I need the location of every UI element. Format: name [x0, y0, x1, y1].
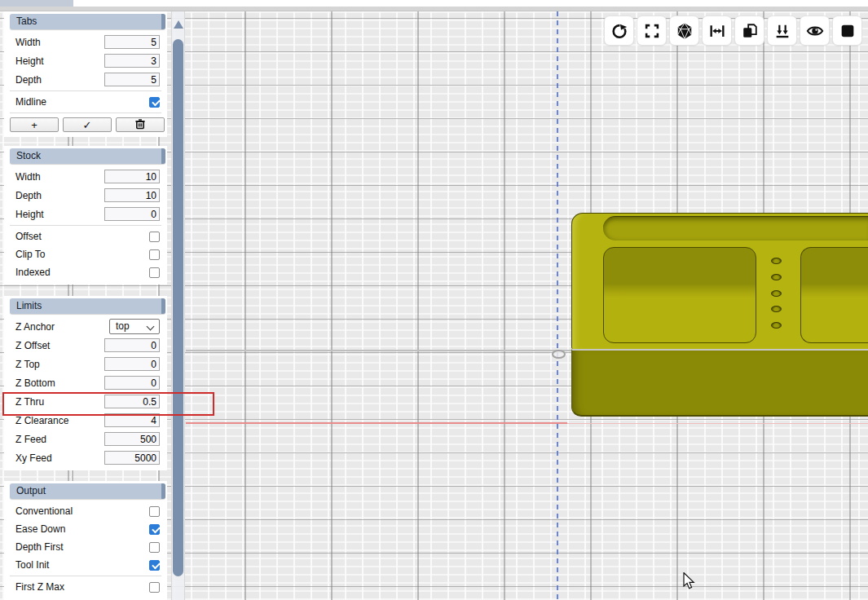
fit-to-view-icon	[643, 22, 661, 40]
render-mode-icon	[676, 22, 694, 40]
model-slot-pocket	[603, 216, 868, 240]
depth-first-row: Depth First	[4, 538, 167, 556]
panel-limits-header[interactable]: Limits	[10, 298, 165, 314]
rotate-view-button[interactable]	[604, 15, 634, 46]
stock-width-input[interactable]	[104, 170, 160, 183]
tabs-depth-input[interactable]	[104, 73, 160, 86]
scrollbar-up-arrow-icon[interactable]	[174, 20, 183, 29]
depth-first-checkbox[interactable]	[149, 542, 160, 553]
drop-to-floor-icon	[773, 22, 791, 40]
panel-tabs-title: Tabs	[16, 15, 37, 27]
ease-down-row: Ease Down	[4, 520, 167, 538]
panel-stock-title: Stock	[16, 150, 41, 161]
z-thru-highlight-annotation	[2, 392, 214, 416]
render-mode-button[interactable]	[669, 15, 699, 46]
scrollbar-thumb[interactable]	[173, 39, 183, 576]
visibility-button[interactable]	[800, 15, 830, 46]
x-axis-line-faint	[567, 423, 868, 424]
clip-to-label: Clip To	[15, 249, 45, 260]
indexed-label: Indexed	[15, 267, 51, 278]
panel-limits-title: Limits	[16, 300, 42, 311]
stock-width-row: Width	[4, 167, 167, 186]
fit-to-view-button[interactable]	[637, 15, 667, 46]
ease-down-label: Ease Down	[15, 523, 65, 535]
offset-label: Offset	[15, 231, 42, 242]
z-anchor-row: Z Anchor top	[4, 317, 167, 336]
panel-output-header[interactable]: Output	[10, 483, 165, 499]
tool-init-label: Tool Init	[15, 559, 49, 571]
delete-tabs-button[interactable]	[116, 117, 165, 132]
check-icon: ✓	[83, 119, 92, 131]
trash-icon	[134, 118, 146, 132]
depth-first-label: Depth First	[15, 541, 64, 553]
panel-header-cap	[161, 298, 165, 314]
z-top-input[interactable]	[104, 357, 160, 371]
model-pocket-left	[603, 247, 756, 343]
offset-row: Offset	[4, 227, 167, 245]
tool-init-row: Tool Init	[4, 556, 167, 574]
z-top-row: Z Top	[4, 355, 167, 373]
tool-init-checkbox[interactable]	[149, 560, 160, 571]
stock-depth-label: Depth	[15, 190, 42, 201]
panel-tabs-header[interactable]: Tabs	[10, 14, 165, 29]
tabs-height-input[interactable]	[104, 54, 160, 68]
model-hole	[771, 306, 782, 312]
offset-checkbox[interactable]	[149, 232, 160, 242]
stock-height-row: Height	[4, 205, 167, 223]
stock-height-input[interactable]	[104, 207, 160, 221]
ease-down-checkbox[interactable]	[149, 524, 160, 535]
z-offset-label: Z Offset	[15, 340, 50, 351]
z-offset-input[interactable]	[104, 338, 160, 352]
tabs-depth-row: Depth	[4, 70, 167, 89]
z-feed-row: Z Feed	[4, 430, 167, 448]
first-z-max-label: First Z Max	[15, 581, 64, 593]
origin-handle[interactable]	[552, 350, 566, 359]
z-bottom-label: Z Bottom	[15, 377, 55, 389]
plus-icon: +	[31, 119, 37, 131]
tabs-width-label: Width	[15, 37, 41, 48]
z-bottom-input[interactable]	[104, 376, 160, 390]
solid-view-button[interactable]	[832, 15, 862, 46]
stock-depth-row: Depth	[4, 186, 167, 205]
tabs-height-row: Height	[4, 51, 167, 70]
conventional-checkbox[interactable]	[149, 506, 160, 517]
xy-feed-input[interactable]	[104, 451, 160, 465]
drop-to-floor-button[interactable]	[767, 15, 797, 46]
panel-header-cap	[161, 148, 165, 164]
z-clearance-label: Z Clearance	[15, 415, 68, 426]
first-z-max-checkbox[interactable]	[149, 582, 160, 593]
model-top-face[interactable]	[571, 213, 868, 349]
rotate-view-icon	[610, 22, 628, 40]
xy-feed-row: Xy Feed	[4, 448, 167, 467]
indexed-checkbox[interactable]	[149, 267, 160, 278]
add-tab-button[interactable]: +	[10, 117, 59, 132]
accept-tabs-button[interactable]: ✓	[63, 117, 112, 132]
stock-width-label: Width	[15, 171, 41, 183]
panel-stock-header[interactable]: Stock	[10, 148, 165, 164]
sidebar-scrollbar[interactable]	[171, 11, 185, 600]
panel-header-cap	[161, 483, 165, 499]
stock-height-label: Height	[15, 209, 44, 220]
panel-limits: Limits Z Anchor top Z Offset Z Top Z Bot…	[4, 296, 167, 470]
z-axis-line	[557, 11, 558, 600]
view-toolbar	[604, 15, 862, 46]
panel-tabs: Tabs Width Height Depth Midline + ✓	[4, 11, 167, 137]
z-top-label: Z Top	[15, 359, 40, 370]
app-window: Tabs Width Height Depth Midline + ✓	[0, 0, 868, 600]
z-anchor-select[interactable]: top	[109, 319, 160, 334]
mouse-cursor	[683, 572, 696, 593]
measure-bounds-button[interactable]	[702, 15, 732, 46]
duplicate-icon	[741, 22, 759, 40]
model-hole	[771, 322, 782, 329]
browser-tab[interactable]	[0, 0, 73, 7]
model-hole	[771, 258, 782, 264]
clip-to-checkbox[interactable]	[149, 249, 160, 260]
z-feed-input[interactable]	[104, 432, 160, 446]
solid-view-icon	[839, 22, 857, 40]
tabs-width-input[interactable]	[104, 35, 160, 49]
stock-depth-input[interactable]	[104, 188, 160, 202]
duplicate-button[interactable]	[734, 15, 764, 46]
divider	[10, 90, 161, 91]
midline-checkbox[interactable]	[149, 97, 160, 108]
model-front-face[interactable]	[571, 349, 868, 417]
